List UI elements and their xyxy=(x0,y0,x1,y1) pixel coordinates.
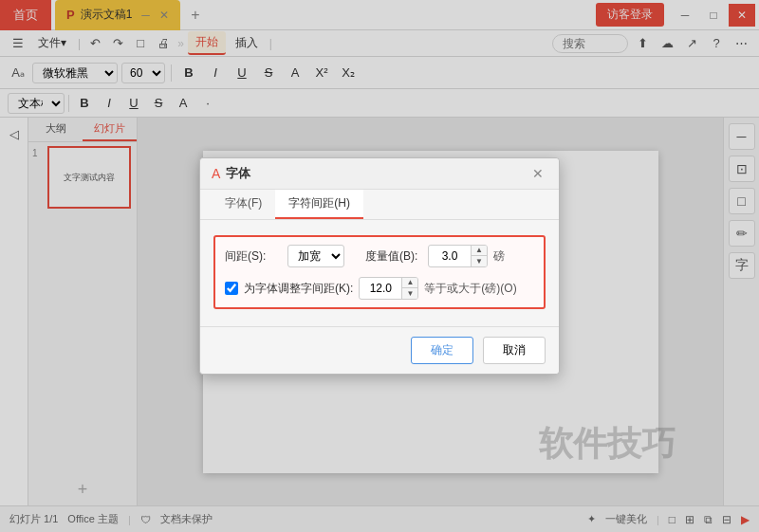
value-label: 度量值(B): xyxy=(365,248,422,265)
auto-adjust-value-input[interactable]: 12.0 xyxy=(360,279,401,298)
confirm-button[interactable]: 确定 xyxy=(411,337,473,364)
dialog-close-button[interactable]: ✕ xyxy=(528,164,547,183)
auto-adjust-label: 为字体调整字间距(K): xyxy=(244,281,353,297)
dialog-tab-font[interactable]: 字体(F) xyxy=(212,190,275,219)
spacing-unit: 磅 xyxy=(493,248,505,265)
font-dialog: A 字体 ✕ 字体(F) 字符间距(H) 间距(S): 加宽 度量值(B): xyxy=(199,157,560,375)
dialog-body: 间距(S): 加宽 度量值(B): 3.0 ▲ ▼ 磅 xyxy=(200,220,559,326)
spacing-highlight-box: 间距(S): 加宽 度量值(B): 3.0 ▲ ▼ 磅 xyxy=(213,235,546,309)
cancel-button[interactable]: 取消 xyxy=(483,337,546,364)
auto-adjust-spinner[interactable]: 12.0 ▲ ▼ xyxy=(359,277,418,300)
dialog-overlay: A 字体 ✕ 字体(F) 字符间距(H) 间距(S): 加宽 度量值(B): xyxy=(0,0,759,532)
spacing-value-spinner[interactable]: 3.0 ▲ ▼ xyxy=(428,245,488,267)
spacing-row: 间距(S): 加宽 度量值(B): 3.0 ▲ ▼ 磅 xyxy=(225,245,534,267)
auto-spin-up[interactable]: ▲ xyxy=(402,278,417,288)
dialog-title-text: 字体 xyxy=(226,165,528,182)
dialog-tab-spacing[interactable]: 字符间距(H) xyxy=(275,190,363,219)
auto-adjust-unit: 等于或大于(磅)(O) xyxy=(424,281,516,297)
dialog-title-bar: A 字体 ✕ xyxy=(200,158,559,190)
font-dialog-icon: A xyxy=(212,166,220,181)
spin-up-button[interactable]: ▲ xyxy=(472,246,487,256)
spacing-label: 间距(S): xyxy=(225,248,282,265)
spin-down-button[interactable]: ▼ xyxy=(472,256,487,266)
spacing-value-input[interactable]: 3.0 xyxy=(429,247,471,266)
auto-adjust-row: 为字体调整字间距(K): 12.0 ▲ ▼ 等于或大于(磅)(O) xyxy=(225,277,534,300)
spacing-type-select[interactable]: 加宽 xyxy=(287,245,344,267)
auto-spinner-buttons: ▲ ▼ xyxy=(401,278,417,299)
auto-adjust-checkbox[interactable] xyxy=(225,282,238,295)
auto-spin-down[interactable]: ▼ xyxy=(402,288,417,299)
dialog-footer: 确定 取消 xyxy=(200,326,559,374)
spinner-buttons: ▲ ▼ xyxy=(471,246,487,266)
dialog-tabs: 字体(F) 字符间距(H) xyxy=(200,190,559,220)
